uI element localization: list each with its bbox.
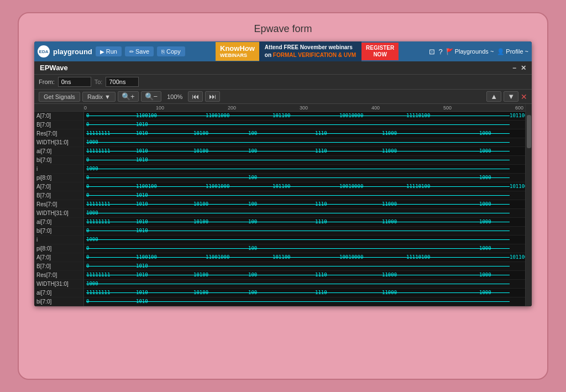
to-input[interactable] (106, 77, 139, 87)
epwave-title-bar: EPWave − ✕ (34, 61, 532, 75)
wave-row: 0110010011001000101100100100001111010010… (84, 182, 525, 191)
signal-names-column: A[7:0]B[7:0]Res[7:0]WIDTH[31:0]ai[7:0]bi… (34, 104, 84, 306)
down-button[interactable]: ▼ (504, 91, 518, 102)
signal-name-item: i (34, 165, 83, 174)
toolbar: Get Signals Radix ▼ 🔍+ 🔍− 100% ⏮ ⏭ ▲ ▼ ✕ (34, 90, 532, 104)
epwave-window: EDA playground ▶ Run ✏ Save ⎘ Copy KnowH… (34, 41, 532, 306)
wave-line (479, 151, 510, 151)
ruler: 0100200300400500600 (84, 104, 525, 112)
save-icon: ✏ (129, 49, 134, 55)
ruler-label: 200 (228, 105, 236, 111)
wave-line (382, 133, 479, 134)
wave-line (86, 124, 136, 125)
wave-line (315, 222, 382, 222)
zoom-out-button[interactable]: 🔍− (141, 91, 162, 102)
wave-line (136, 160, 510, 160)
signal-name-item: B[7:0] (34, 191, 83, 200)
wave-row: 0110010011001000101100100100001111010010… (84, 253, 525, 262)
wave-line (86, 213, 510, 213)
wave-line (136, 231, 510, 231)
epwave-title: EPWave (40, 64, 68, 72)
wave-line (136, 292, 193, 293)
signal-name-item: A[7:0] (34, 182, 83, 191)
wave-line (272, 186, 339, 187)
wave-line (479, 177, 510, 178)
wave-line (479, 292, 510, 293)
wave-line (86, 257, 136, 258)
signal-name-item: WIDTH[31:0] (34, 280, 83, 289)
wave-line (86, 275, 136, 275)
wave-line (86, 204, 136, 205)
signal-name-item: bi[7:0] (34, 227, 83, 236)
wave-row: 111111111010101001001110110001000 (84, 200, 525, 209)
wave-line (406, 186, 510, 187)
close-button[interactable]: ✕ (521, 64, 526, 72)
wave-line (136, 275, 193, 275)
copy-icon: ⎘ (161, 49, 165, 55)
wave-line (315, 275, 382, 275)
wave-line (382, 204, 479, 205)
wave-line (248, 204, 315, 205)
wave-line (206, 116, 272, 116)
wave-row: 111111111010101001001110110001000 (84, 218, 525, 227)
share-icon-button[interactable]: ⊡ (429, 48, 435, 56)
wave-line (248, 222, 315, 222)
wave-line (382, 151, 479, 151)
ruler-label: 0 (84, 105, 87, 111)
wave-value-label: 1011000 (510, 254, 525, 260)
eda-logo: EDA (38, 45, 50, 58)
signal-name-item: B[7:0] (34, 262, 83, 271)
wave-line (193, 275, 248, 275)
wave-line (136, 116, 206, 116)
wave-value-label: 1011000 (510, 113, 525, 118)
wave-line (86, 266, 136, 266)
ad-text: Attend FREE November webinars on FORMAL … (259, 41, 361, 61)
wave-row: 01010 (84, 297, 525, 306)
from-input[interactable] (58, 77, 91, 87)
wave-line (272, 116, 339, 116)
ruler-label: 100 (156, 105, 164, 111)
ad-register[interactable]: REGISTER NOW (361, 43, 399, 60)
wave-display[interactable]: 0100200300400500600 01100100110010001011… (84, 104, 525, 306)
wave-row: 1000 (84, 236, 525, 244)
prev-button[interactable]: ⏮ (188, 91, 203, 102)
wave-line (193, 204, 248, 205)
wave-line (248, 275, 315, 275)
wave-row: 1000 (84, 165, 525, 174)
wave-line (339, 257, 406, 258)
wave-line (248, 177, 479, 178)
radix-button[interactable]: Radix ▼ (82, 92, 116, 102)
wave-line (86, 116, 136, 116)
wave-line (136, 204, 193, 205)
wave-line (248, 133, 315, 134)
wave-line (479, 222, 510, 222)
run-button[interactable]: ▶ Run (96, 46, 122, 56)
signal-name-item: pi[8:0] (34, 174, 83, 182)
delete-button[interactable]: ✕ (521, 92, 527, 101)
page-title: Epwave form (254, 23, 312, 35)
wave-line (406, 116, 510, 116)
window-controls: − ✕ (512, 64, 526, 72)
profile-icon: 👤 (497, 48, 505, 55)
profile-dropdown[interactable]: 👤 Profile ~ (497, 48, 528, 55)
scrollbar[interactable] (525, 104, 532, 306)
signal-name-item: ai[7:0] (34, 218, 83, 227)
help-icon-button[interactable]: ? (438, 48, 442, 56)
wave-line (136, 222, 193, 222)
next-button[interactable]: ⏭ (205, 91, 220, 102)
save-button[interactable]: ✏ Save (125, 46, 154, 56)
wave-line (86, 248, 248, 249)
up-button[interactable]: ▲ (486, 91, 501, 102)
wave-line (193, 292, 248, 293)
wave-row: 111111111010101001001110110001000 (84, 271, 525, 280)
minimize-button[interactable]: − (512, 64, 516, 72)
copy-button[interactable]: ⎘ Copy (157, 46, 185, 56)
from-label: From: (39, 79, 55, 85)
wave-line (86, 195, 136, 196)
get-signals-button[interactable]: Get Signals (39, 92, 80, 102)
wave-line (86, 292, 136, 293)
wave-line (136, 124, 510, 125)
signal-name-item: bi[7:0] (34, 297, 83, 306)
zoom-in-button[interactable]: 🔍+ (118, 91, 139, 102)
playgrounds-dropdown[interactable]: 🚩 Playgrounds ~ (446, 48, 494, 55)
